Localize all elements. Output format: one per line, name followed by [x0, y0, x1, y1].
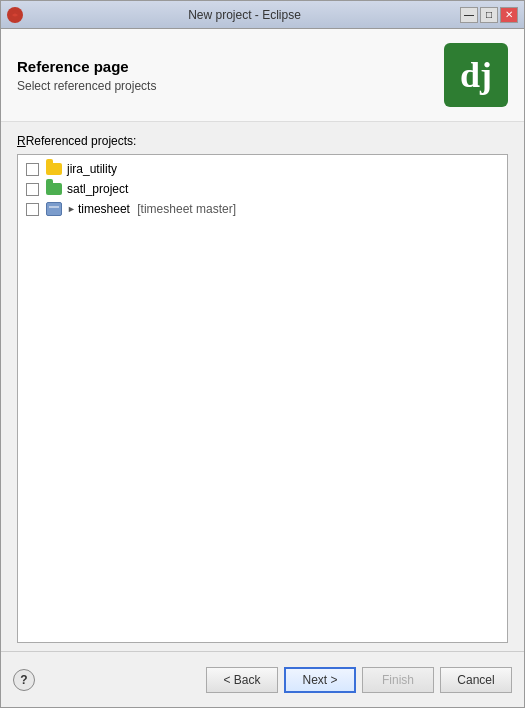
cancel-button[interactable]: Cancel	[440, 667, 512, 693]
project-name-jira: jira_utility	[67, 162, 117, 176]
project-checkbox-jira[interactable]	[26, 163, 39, 176]
back-button[interactable]: < Back	[206, 667, 278, 693]
finish-button[interactable]: Finish	[362, 667, 434, 693]
project-icon-jira	[45, 161, 63, 177]
project-tag-timesheet: [timesheet master]	[134, 202, 236, 216]
page-subtitle: Select referenced projects	[17, 79, 432, 93]
page-title: Reference page	[17, 58, 432, 75]
main-body: RReferenced projects: jira_utility	[1, 122, 524, 651]
footer-left: ?	[13, 669, 35, 691]
dialog-content: Reference page Select referenced project…	[1, 29, 524, 707]
maximize-button[interactable]: □	[480, 7, 498, 23]
page-header: Reference page Select referenced project…	[1, 29, 524, 122]
section-label: RReferenced projects:	[17, 134, 508, 148]
window-controls: — □ ✕	[460, 7, 518, 23]
next-button[interactable]: Next >	[284, 667, 356, 693]
logo-text: dj	[460, 54, 492, 96]
project-icon-timesheet	[45, 201, 63, 217]
header-text: Reference page Select referenced project…	[17, 43, 432, 107]
project-list[interactable]: jira_utility satl_project ► timesheet	[17, 154, 508, 643]
django-logo: dj	[444, 43, 508, 107]
app-icon	[7, 7, 23, 23]
help-button[interactable]: ?	[13, 669, 35, 691]
main-window: New project - Eclipse — □ ✕ Reference pa…	[0, 0, 525, 708]
project-checkbox-timesheet[interactable]	[26, 203, 39, 216]
window-title: New project - Eclipse	[29, 8, 460, 22]
project-name-satl: satl_project	[67, 182, 128, 196]
project-icon-satl	[45, 181, 63, 197]
list-item[interactable]: jira_utility	[20, 159, 505, 179]
expand-arrow-icon: ►	[67, 204, 76, 214]
minimize-button[interactable]: —	[460, 7, 478, 23]
title-bar: New project - Eclipse — □ ✕	[1, 1, 524, 29]
list-item[interactable]: ► timesheet [timesheet master]	[20, 199, 505, 219]
dialog-footer: ? < Back Next > Finish Cancel	[1, 651, 524, 707]
project-name-timesheet: timesheet	[78, 202, 130, 216]
project-checkbox-satl[interactable]	[26, 183, 39, 196]
list-item[interactable]: satl_project	[20, 179, 505, 199]
close-button[interactable]: ✕	[500, 7, 518, 23]
footer-buttons: < Back Next > Finish Cancel	[206, 667, 512, 693]
